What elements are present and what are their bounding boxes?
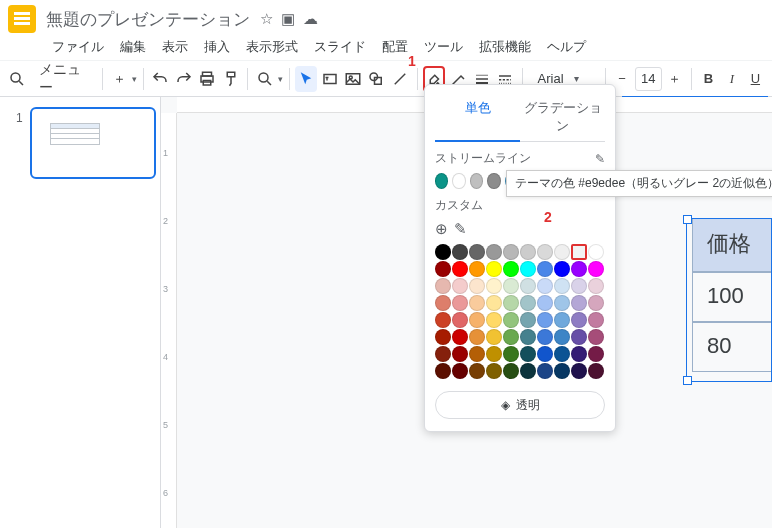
new-slide-button[interactable]: ＋ bbox=[108, 66, 129, 92]
color-swatch-56[interactable] bbox=[537, 329, 553, 345]
document-title[interactable]: 無題のプレゼンテーション bbox=[46, 8, 250, 31]
color-swatch-25[interactable] bbox=[520, 278, 536, 294]
color-swatch-48[interactable] bbox=[571, 312, 587, 328]
color-swatch-0[interactable] bbox=[435, 244, 451, 260]
color-swatch-64[interactable] bbox=[503, 346, 519, 362]
color-swatch-30[interactable] bbox=[435, 295, 451, 311]
transparent-fill-button[interactable]: ◈ 透明 bbox=[435, 391, 605, 419]
font-size-input[interactable]: 14 bbox=[635, 67, 662, 91]
color-swatch-28[interactable] bbox=[571, 278, 587, 294]
color-swatch-79[interactable] bbox=[588, 363, 604, 379]
color-swatch-7[interactable] bbox=[554, 244, 570, 260]
color-swatch-62[interactable] bbox=[469, 346, 485, 362]
color-swatch-59[interactable] bbox=[588, 329, 604, 345]
color-swatch-47[interactable] bbox=[554, 312, 570, 328]
textbox-tool[interactable] bbox=[319, 66, 340, 92]
color-swatch-68[interactable] bbox=[571, 346, 587, 362]
color-swatch-70[interactable] bbox=[435, 363, 451, 379]
color-swatch-37[interactable] bbox=[554, 295, 570, 311]
color-swatch-69[interactable] bbox=[588, 346, 604, 362]
color-swatch-53[interactable] bbox=[486, 329, 502, 345]
color-swatch-34[interactable] bbox=[503, 295, 519, 311]
zoom-caret[interactable]: ▾ bbox=[278, 74, 283, 84]
color-swatch-73[interactable] bbox=[486, 363, 502, 379]
menu-tools[interactable]: ツール bbox=[418, 36, 469, 54]
paint-format-button[interactable] bbox=[220, 66, 241, 92]
toolbar-hide-menus[interactable]: メニュー bbox=[29, 66, 95, 92]
color-swatch-8[interactable] bbox=[571, 244, 587, 260]
color-swatch-66[interactable] bbox=[537, 346, 553, 362]
menu-file[interactable]: ファイル bbox=[46, 36, 110, 54]
color-swatch-41[interactable] bbox=[452, 312, 468, 328]
color-swatch-22[interactable] bbox=[469, 278, 485, 294]
color-swatch-50[interactable] bbox=[435, 329, 451, 345]
color-swatch-23[interactable] bbox=[486, 278, 502, 294]
color-swatch-1[interactable] bbox=[452, 244, 468, 260]
add-custom-color-icon[interactable]: ⊕ bbox=[435, 220, 448, 238]
menu-edit[interactable]: 編集 bbox=[114, 36, 152, 54]
color-swatch-31[interactable] bbox=[452, 295, 468, 311]
slide-thumbnail-1[interactable]: 1 bbox=[30, 107, 156, 179]
cloud-status-icon[interactable]: ☁ bbox=[303, 10, 318, 28]
color-swatch-71[interactable] bbox=[452, 363, 468, 379]
move-folder-icon[interactable]: ▣ bbox=[281, 10, 295, 28]
color-swatch-27[interactable] bbox=[554, 278, 570, 294]
color-swatch-10[interactable] bbox=[435, 261, 451, 277]
table-on-slide[interactable]: 価格 100 80 bbox=[692, 218, 772, 372]
search-icon[interactable] bbox=[6, 66, 27, 92]
color-swatch-40[interactable] bbox=[435, 312, 451, 328]
menu-view[interactable]: 表示 bbox=[156, 36, 194, 54]
color-swatch-65[interactable] bbox=[520, 346, 536, 362]
tab-gradient[interactable]: グラデーション bbox=[520, 93, 605, 142]
color-swatch-63[interactable] bbox=[486, 346, 502, 362]
color-swatch-21[interactable] bbox=[452, 278, 468, 294]
color-swatch-78[interactable] bbox=[571, 363, 587, 379]
select-tool[interactable] bbox=[295, 66, 316, 92]
color-swatch-43[interactable] bbox=[486, 312, 502, 328]
color-swatch-3[interactable] bbox=[486, 244, 502, 260]
italic-button[interactable]: I bbox=[721, 66, 742, 92]
color-swatch-2[interactable] bbox=[469, 244, 485, 260]
shape-tool[interactable] bbox=[366, 66, 387, 92]
color-swatch-74[interactable] bbox=[503, 363, 519, 379]
color-swatch-54[interactable] bbox=[503, 329, 519, 345]
color-swatch-20[interactable] bbox=[435, 278, 451, 294]
color-swatch-18[interactable] bbox=[571, 261, 587, 277]
menu-slide[interactable]: スライド bbox=[308, 36, 372, 54]
color-swatch-51[interactable] bbox=[452, 329, 468, 345]
color-swatch-15[interactable] bbox=[520, 261, 536, 277]
color-swatch-19[interactable] bbox=[588, 261, 604, 277]
menu-help[interactable]: ヘルプ bbox=[541, 36, 592, 54]
color-swatch-32[interactable] bbox=[469, 295, 485, 311]
image-tool[interactable] bbox=[342, 66, 363, 92]
bold-button[interactable]: B bbox=[698, 66, 719, 92]
app-icon-slides[interactable] bbox=[8, 5, 36, 33]
color-swatch-9[interactable] bbox=[588, 244, 604, 260]
zoom-button[interactable] bbox=[254, 66, 275, 92]
color-swatch-14[interactable] bbox=[503, 261, 519, 277]
color-swatch-49[interactable] bbox=[588, 312, 604, 328]
eyedropper-icon[interactable]: ✎ bbox=[454, 220, 467, 238]
color-swatch-55[interactable] bbox=[520, 329, 536, 345]
color-swatch-75[interactable] bbox=[520, 363, 536, 379]
color-swatch-12[interactable] bbox=[469, 261, 485, 277]
color-swatch-42[interactable] bbox=[469, 312, 485, 328]
color-swatch-24[interactable] bbox=[503, 278, 519, 294]
menu-arrange[interactable]: 配置 bbox=[376, 36, 414, 54]
theme-color-swatch-0[interactable] bbox=[435, 173, 448, 189]
theme-color-swatch-3[interactable] bbox=[487, 173, 500, 189]
line-tool[interactable] bbox=[389, 66, 410, 92]
color-swatch-26[interactable] bbox=[537, 278, 553, 294]
color-swatch-4[interactable] bbox=[503, 244, 519, 260]
edit-theme-colors-icon[interactable]: ✎ bbox=[595, 152, 605, 166]
color-swatch-46[interactable] bbox=[537, 312, 553, 328]
color-swatch-77[interactable] bbox=[554, 363, 570, 379]
color-swatch-45[interactable] bbox=[520, 312, 536, 328]
theme-color-swatch-1[interactable] bbox=[452, 173, 465, 189]
redo-button[interactable] bbox=[173, 66, 194, 92]
undo-button[interactable] bbox=[150, 66, 171, 92]
color-swatch-38[interactable] bbox=[571, 295, 587, 311]
new-slide-caret[interactable]: ▾ bbox=[132, 74, 137, 84]
color-swatch-5[interactable] bbox=[520, 244, 536, 260]
star-icon[interactable]: ☆ bbox=[260, 10, 273, 28]
